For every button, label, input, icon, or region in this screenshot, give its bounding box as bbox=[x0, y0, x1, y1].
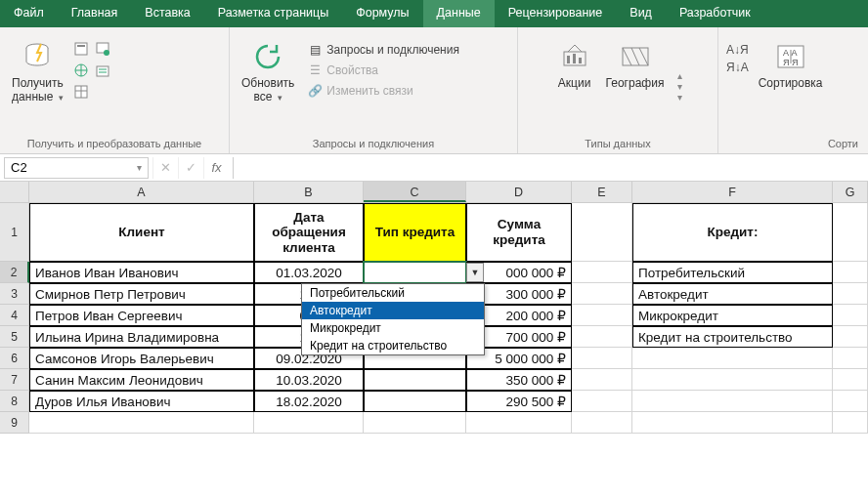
queries-connections-button[interactable]: ▤Запросы и подключения bbox=[304, 41, 462, 59]
cell-E7[interactable] bbox=[572, 369, 632, 391]
cell-E4[interactable] bbox=[572, 305, 632, 326]
col-header-F[interactable]: F bbox=[632, 182, 833, 202]
row-header-8[interactable]: 8 bbox=[0, 391, 29, 412]
header-credit-type[interactable]: Тип кредита bbox=[364, 203, 466, 262]
cell-C7[interactable] bbox=[364, 369, 466, 391]
cell-G3[interactable] bbox=[833, 283, 868, 305]
cell-A4[interactable]: Петров Иван Сергеевич bbox=[29, 305, 254, 326]
from-web-icon[interactable] bbox=[73, 62, 89, 81]
cell-G1[interactable] bbox=[833, 203, 868, 262]
properties-button[interactable]: ☰Свойства bbox=[304, 62, 462, 79]
menu-formulas[interactable]: Формулы bbox=[342, 0, 422, 27]
from-table-icon[interactable] bbox=[73, 84, 89, 103]
cell-E3[interactable] bbox=[572, 283, 632, 305]
menu-data[interactable]: Данные bbox=[423, 0, 495, 27]
row-header-3[interactable]: 3 bbox=[0, 283, 29, 305]
formula-input[interactable] bbox=[233, 157, 868, 179]
cell-F7[interactable] bbox=[632, 369, 833, 391]
cell-F3[interactable]: Автокредит bbox=[632, 283, 833, 305]
cell-C9[interactable] bbox=[364, 412, 466, 434]
row-header-2[interactable]: 2 bbox=[0, 262, 29, 283]
cell-G2[interactable] bbox=[833, 262, 868, 283]
cell-F2[interactable]: Потребительский bbox=[632, 262, 833, 283]
cancel-formula-button[interactable]: ✕ bbox=[152, 157, 178, 179]
cell-G8[interactable] bbox=[833, 391, 868, 412]
cell-E5[interactable] bbox=[572, 326, 632, 348]
cell-G9[interactable] bbox=[833, 412, 868, 434]
accept-formula-button[interactable]: ✓ bbox=[178, 157, 203, 179]
menu-review[interactable]: Рецензирование bbox=[495, 0, 617, 27]
cell-A8[interactable]: Дуров Илья Иванович bbox=[29, 391, 254, 412]
cell-E2[interactable] bbox=[572, 262, 632, 283]
cell-A3[interactable]: Смирнов Петр Петрович bbox=[29, 283, 254, 305]
sort-asc-icon[interactable]: А↓Я bbox=[726, 43, 749, 57]
cell-C2[interactable] bbox=[364, 262, 466, 283]
menu-insert[interactable]: Вставка bbox=[131, 0, 203, 27]
col-header-A[interactable]: A bbox=[29, 182, 254, 202]
row-header-6[interactable]: 6 bbox=[0, 348, 29, 369]
name-box[interactable]: C2▾ bbox=[4, 157, 149, 179]
cell-A5[interactable]: Ильина Ирина Владимировна bbox=[29, 326, 254, 348]
cell-B8[interactable]: 18.02.2020 bbox=[254, 391, 364, 412]
header-credit-amount[interactable]: Сумма кредита bbox=[466, 203, 572, 262]
cell-F6[interactable] bbox=[632, 348, 833, 369]
recent-sources-icon[interactable] bbox=[95, 41, 110, 60]
cell-F5[interactable]: Кредит на строительство bbox=[632, 326, 833, 348]
menu-view[interactable]: Вид bbox=[616, 0, 666, 27]
col-header-E[interactable]: E bbox=[572, 182, 632, 202]
col-header-B[interactable]: B bbox=[254, 182, 364, 202]
col-header-G[interactable]: G bbox=[833, 182, 868, 202]
cell-C8[interactable] bbox=[364, 391, 466, 412]
cell-D8[interactable]: 290 500 ₽ bbox=[466, 391, 572, 412]
cell-B2[interactable]: 01.03.2020 bbox=[254, 262, 364, 283]
cell-A2[interactable]: Иванов Иван Иванович bbox=[29, 262, 254, 283]
cell-E8[interactable] bbox=[572, 391, 632, 412]
menu-file[interactable]: Файл bbox=[0, 0, 58, 27]
menu-home[interactable]: Главная bbox=[58, 0, 132, 27]
row-header-4[interactable]: 4 bbox=[0, 305, 29, 326]
cell-A6[interactable]: Самсонов Игорь Валерьевич bbox=[29, 348, 254, 369]
refresh-all-button[interactable]: Обновить все bbox=[238, 37, 298, 105]
stocks-button[interactable]: Акции bbox=[553, 37, 596, 92]
col-header-D[interactable]: D bbox=[466, 182, 572, 202]
row-header-7[interactable]: 7 bbox=[0, 369, 29, 391]
sort-desc-icon[interactable]: Я↓А bbox=[726, 61, 749, 74]
gallery-scroll[interactable]: ▴▾▾ bbox=[677, 70, 682, 103]
select-all-corner[interactable] bbox=[0, 182, 29, 202]
dropdown-item[interactable]: Кредит на строительство bbox=[302, 337, 484, 354]
cell-D9[interactable] bbox=[466, 412, 572, 434]
col-header-C[interactable]: C bbox=[364, 182, 466, 202]
row-header-1[interactable]: 1 bbox=[0, 203, 29, 262]
header-credit-list[interactable]: Кредит: bbox=[632, 203, 833, 262]
edit-links-button[interactable]: 🔗Изменить связи bbox=[304, 82, 462, 100]
menu-pagelayout[interactable]: Разметка страницы bbox=[204, 0, 342, 27]
cell-G5[interactable] bbox=[833, 326, 868, 348]
dropdown-item[interactable]: Автокредит bbox=[302, 302, 484, 319]
cell-G6[interactable] bbox=[833, 348, 868, 369]
dropdown-item[interactable]: Потребительский bbox=[302, 284, 484, 302]
cell-G7[interactable] bbox=[833, 369, 868, 391]
cell-D7[interactable]: 350 000 ₽ bbox=[466, 369, 572, 391]
cell-B7[interactable]: 10.03.2020 bbox=[254, 369, 364, 391]
get-data-button[interactable]: Получить данные bbox=[8, 37, 67, 105]
cell-E6[interactable] bbox=[572, 348, 632, 369]
cell-B9[interactable] bbox=[254, 412, 364, 434]
row-header-9[interactable]: 9 bbox=[0, 412, 29, 434]
sort-button[interactable]: А АЯ Я Сортировка bbox=[755, 37, 827, 92]
row-header-5[interactable]: 5 bbox=[0, 326, 29, 348]
geography-button[interactable]: География bbox=[602, 37, 669, 92]
cell-F4[interactable]: Микрокредит bbox=[632, 305, 833, 326]
data-validation-dropdown-button[interactable]: ▼ bbox=[466, 263, 484, 282]
cell-A7[interactable]: Санин Максим Леонидович bbox=[29, 369, 254, 391]
header-client[interactable]: Клиент bbox=[29, 203, 254, 262]
dropdown-item[interactable]: Микрокредит bbox=[302, 319, 484, 337]
from-text-icon[interactable] bbox=[73, 41, 89, 60]
cell-A9[interactable] bbox=[29, 412, 254, 434]
cell-E9[interactable] bbox=[572, 412, 632, 434]
cell-F8[interactable] bbox=[632, 391, 833, 412]
menu-developer[interactable]: Разработчик bbox=[666, 0, 764, 27]
existing-conn-icon[interactable] bbox=[95, 62, 110, 81]
cell-G4[interactable] bbox=[833, 305, 868, 326]
fx-button[interactable]: fx bbox=[203, 157, 229, 179]
header-request-date[interactable]: Дата обращения клиента bbox=[254, 203, 364, 262]
